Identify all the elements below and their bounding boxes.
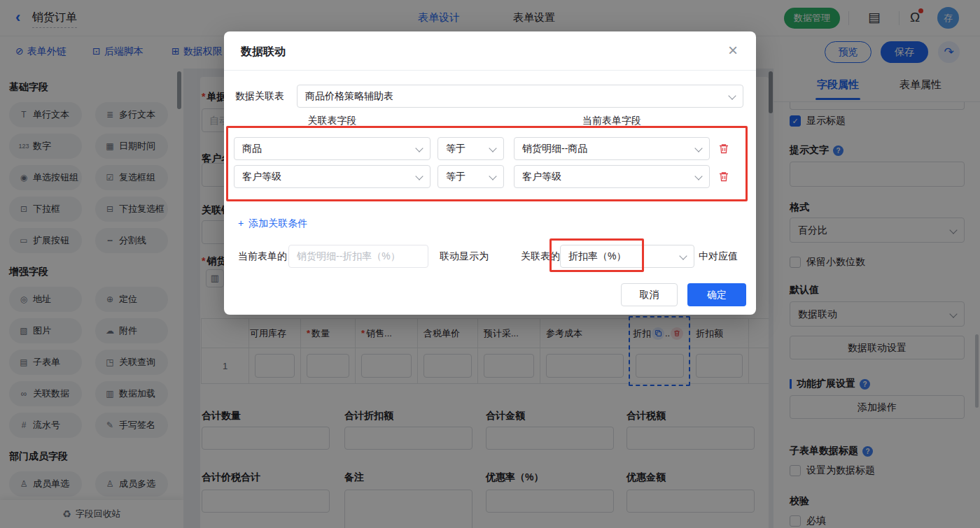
current-form-field-input: 销货明细--折扣率（%） [288,245,428,268]
col-header-current-field: 当前表单字段 [514,115,710,127]
condition2-field-select[interactable]: 客户等级 [234,165,430,188]
select-value: 客户等级 [522,171,561,182]
col-header-linked-field: 关联表字段 [234,115,430,127]
delete-condition1-icon[interactable] [718,143,731,155]
display-as-label: 联动显示为 [440,250,489,263]
condition2-form-field-select[interactable]: 客户等级 [514,165,710,188]
linked-field-select[interactable]: 折扣率（%） [560,245,694,268]
condition2-operator-select[interactable]: 等于 [438,165,504,188]
select-value: 商品 [242,143,262,154]
disabled-value: 销货明细--折扣率（%） [297,250,400,262]
confirm-button[interactable]: 确定 [687,283,746,306]
chevron-down-icon [489,172,496,180]
close-icon[interactable]: × [728,41,738,59]
select-value: 等于 [446,143,465,154]
modal-title: 数据联动 [241,45,286,59]
cancel-button[interactable]: 取消 [621,283,678,306]
chevron-down-icon [415,172,423,180]
link-label: 添加关联条件 [248,217,307,229]
condition1-operator-select[interactable]: 等于 [438,137,504,160]
delete-condition2-icon[interactable] [718,171,731,183]
current-form-label: 当前表单的 [238,250,287,263]
chevron-down-icon [489,144,496,152]
linked-table-label: 关联表的 [521,250,560,263]
select-value: 销货明细--商品 [522,143,587,154]
mapping-suffix-label: 中对应值 [699,250,738,263]
select-value: 客户等级 [242,171,281,182]
divider [224,70,756,71]
link-table-label: 数据关联表 [235,90,284,103]
plus-icon: + [238,217,244,229]
chevron-down-icon [728,92,736,99]
chevron-down-icon [694,172,702,180]
chevron-down-icon [415,144,423,152]
link-table-select[interactable]: 商品价格策略辅助表 [297,85,743,108]
add-condition-link[interactable]: +添加关联条件 [238,217,307,230]
select-value: 等于 [446,171,465,182]
select-value: 商品价格策略辅助表 [305,90,393,101]
app-screen: ‹ 销货订单 表单设计 表单设置 数据管理 ▤ Ω 存 ⊘表单外链 ⊡后端脚本 … [0,0,980,528]
data-linkage-modal: 数据联动 × 数据关联表 商品价格策略辅助表 关联表字段 当前表单字段 商品 等… [224,31,756,315]
chevron-down-icon [694,144,702,152]
condition1-form-field-select[interactable]: 销货明细--商品 [514,137,710,160]
select-value: 折扣率（%） [568,250,626,262]
condition1-field-select[interactable]: 商品 [234,137,430,160]
chevron-down-icon [679,252,687,259]
